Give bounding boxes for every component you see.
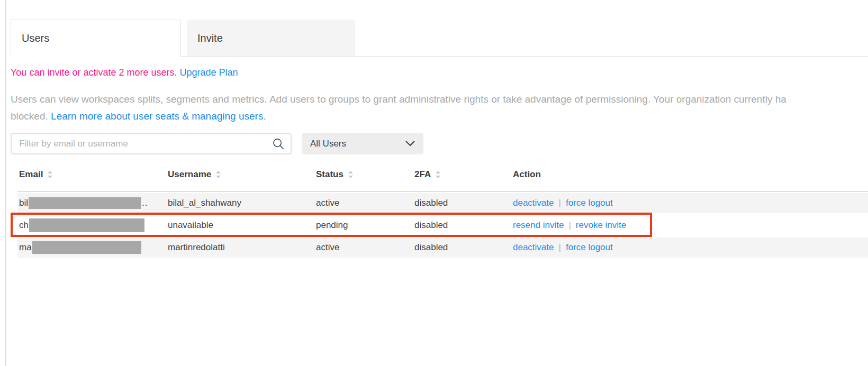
column-header-email[interactable]: Email <box>19 169 52 180</box>
description-line2: blocked. Learn more about user seats & m… <box>11 108 786 125</box>
filter-input[interactable] <box>11 133 292 154</box>
email-cell: ch <box>19 215 144 235</box>
email-suffix: .. <box>142 198 148 208</box>
user-filter-dropdown[interactable]: All Users <box>302 133 423 154</box>
email-cell: bil .. <box>19 193 148 213</box>
tab-invite[interactable]: Invite <box>187 20 355 57</box>
action-separator: | <box>559 198 561 208</box>
table-row-martin: ma martinredolatti active disabled deact… <box>17 237 868 258</box>
description-line1: Users can view workspaces splits, segmen… <box>11 91 786 108</box>
action-separator: | <box>568 220 571 231</box>
action-cell: deactivate | force logout <box>513 237 613 258</box>
tab-users[interactable]: Users <box>11 20 181 57</box>
redacted-email <box>29 197 141 209</box>
username-cell: unavailable <box>168 215 213 235</box>
table-row-pending-invite: ch unavailable pending disabled resend i… <box>17 215 868 235</box>
tab-invite-label: Invite <box>197 32 223 44</box>
twofa-cell: disabled <box>414 215 448 235</box>
force-logout-link[interactable]: force logout <box>566 198 613 208</box>
sort-icon <box>48 171 52 178</box>
filter-field <box>11 133 292 154</box>
tab-users-label: Users <box>22 32 49 44</box>
search-icon <box>272 137 285 153</box>
user-management-page: Users Invite You can invite or activate … <box>0 0 868 366</box>
resend-invite-link[interactable]: resend invite <box>513 220 564 231</box>
sort-icon <box>216 171 221 178</box>
column-header-2fa[interactable]: 2FA <box>414 169 440 180</box>
sort-icon <box>436 171 440 178</box>
column-header-action-label: Action <box>513 169 541 180</box>
deactivate-link[interactable]: deactivate <box>513 198 554 208</box>
username-cell: bilal_al_shahwany <box>168 193 241 213</box>
revoke-invite-link[interactable]: revoke invite <box>576 220 626 231</box>
description: Users can view workspaces splits, segmen… <box>11 91 786 125</box>
column-header-username-label: Username <box>168 169 211 180</box>
column-header-action: Action <box>513 169 541 180</box>
deactivate-link[interactable]: deactivate <box>513 242 554 253</box>
column-header-status-label: Status <box>316 169 343 180</box>
action-cell: deactivate | force logout <box>513 193 613 213</box>
tab-underline <box>181 56 868 57</box>
panel-left-border <box>5 0 6 366</box>
redacted-email <box>32 241 141 254</box>
status-cell: active <box>316 193 339 213</box>
force-logout-link[interactable]: force logout <box>566 242 613 253</box>
upgrade-plan-link[interactable]: Upgrade Plan <box>180 67 238 78</box>
sort-icon <box>348 171 353 178</box>
learn-more-link[interactable]: Learn more about user seats & managing u… <box>51 111 266 122</box>
seats-notice-message: You can invite or activate 2 more users. <box>11 67 177 78</box>
chevron-down-icon <box>405 139 415 149</box>
username-cell: martinredolatti <box>168 237 225 258</box>
email-cell: ma <box>19 237 141 258</box>
user-filter-selected: All Users <box>310 139 346 149</box>
seats-notice: You can invite or activate 2 more users.… <box>11 65 238 80</box>
table-header-divider <box>17 191 868 192</box>
redacted-email <box>29 218 144 232</box>
column-header-username[interactable]: Username <box>168 169 221 180</box>
column-header-email-label: Email <box>19 169 43 180</box>
status-cell: pending <box>316 215 348 235</box>
email-prefix: ma <box>19 242 32 253</box>
email-prefix: bil <box>19 198 28 208</box>
action-separator: | <box>559 242 561 253</box>
description-line2-prefix: blocked. <box>11 111 48 122</box>
status-cell: active <box>316 237 339 258</box>
email-prefix: ch <box>19 220 29 231</box>
twofa-cell: disabled <box>414 237 448 258</box>
column-header-2fa-label: 2FA <box>414 169 431 180</box>
table-row-bilal: bil .. bilal_al_shahwany active disabled… <box>17 193 868 213</box>
twofa-cell: disabled <box>414 193 448 213</box>
column-header-status[interactable]: Status <box>316 169 353 180</box>
action-cell: resend invite | revoke invite <box>513 215 626 235</box>
